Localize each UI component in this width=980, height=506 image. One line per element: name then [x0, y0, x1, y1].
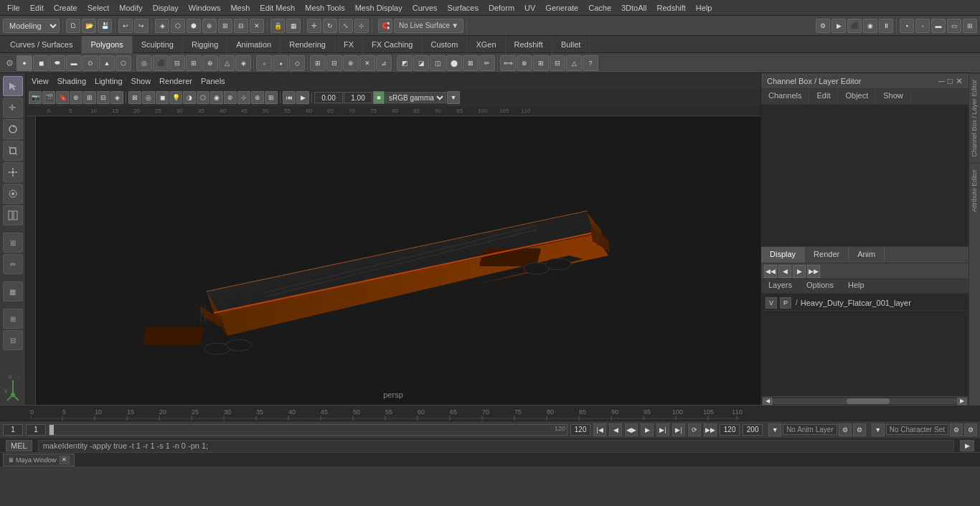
- scrollbar-track[interactable]: [773, 398, 957, 404]
- disk-btn[interactable]: ⬡: [116, 55, 131, 71]
- vp-wireframe-btn[interactable]: ⊠: [128, 91, 141, 104]
- fill-hole-btn[interactable]: ◇: [289, 55, 305, 71]
- vp-menu-show[interactable]: Show: [131, 77, 151, 85]
- tab-bullet[interactable]: Bullet: [552, 36, 590, 53]
- tab-fx-caching[interactable]: FX Caching: [363, 36, 422, 53]
- vp-more-btn[interactable]: ▼: [447, 91, 460, 104]
- combine-btn[interactable]: ⊞: [533, 55, 549, 71]
- char-set-settings-btn[interactable]: ⚙: [950, 423, 963, 436]
- range-end-field[interactable]: [720, 424, 740, 436]
- command-line[interactable]: makeIdentity -apply true -t 1 -r 1 -s 1 …: [38, 440, 954, 451]
- menu-curves[interactable]: Curves: [408, 2, 442, 14]
- poly-sphere-btn[interactable]: ◎: [136, 55, 152, 71]
- vp-light-btn[interactable]: 💡: [169, 91, 182, 104]
- layer-scrollbar[interactable]: ◀ ▶: [761, 396, 969, 405]
- connect-btn[interactable]: ⊕: [343, 55, 359, 71]
- insert-loop-btn[interactable]: ⊞: [310, 55, 326, 71]
- rotate-btn[interactable]: ↻: [323, 19, 337, 33]
- exposure-field[interactable]: [344, 92, 372, 103]
- frame-start-field[interactable]: 1: [26, 424, 46, 436]
- vp-menu-view[interactable]: View: [32, 77, 49, 85]
- bridge-btn[interactable]: ⬧: [273, 55, 288, 71]
- lasso-tool-btn[interactable]: ⊞: [3, 233, 23, 253]
- vp-snap-btn[interactable]: ⊕: [70, 91, 83, 104]
- maximize-btn[interactable]: □: [948, 76, 953, 86]
- mirror-btn[interactable]: ⟺: [500, 55, 516, 71]
- script-execute-btn[interactable]: ▶: [960, 440, 974, 451]
- step-fwd-btn[interactable]: ▶|: [656, 423, 669, 436]
- poly-cone-btn[interactable]: △: [219, 55, 235, 71]
- help-subtab[interactable]: Help: [841, 279, 872, 293]
- channels-tab[interactable]: Channels: [761, 89, 809, 104]
- bevel-btn[interactable]: ◩: [397, 55, 413, 71]
- menu-edit[interactable]: Edit: [26, 2, 48, 14]
- vp-isolate-btn[interactable]: ⊕: [251, 91, 264, 104]
- render-region-btn[interactable]: ▦: [3, 281, 23, 301]
- paint-btn[interactable]: ⬢: [187, 19, 201, 33]
- snap1-btn[interactable]: ⊕: [202, 19, 217, 33]
- play-fwd-btn[interactable]: ▶: [641, 423, 654, 436]
- vp-play-btn[interactable]: ▶: [296, 91, 309, 104]
- vp-show2-btn[interactable]: ⊟: [97, 91, 110, 104]
- scroll-right-btn[interactable]: ▶: [957, 398, 967, 405]
- poly-cube-btn[interactable]: ⬛: [153, 55, 169, 71]
- tab-sculpting[interactable]: Sculpting: [133, 36, 183, 53]
- settings-icon[interactable]: ⚙: [3, 57, 16, 70]
- lasso-btn[interactable]: ⬡: [171, 19, 185, 33]
- vp-hud-btn[interactable]: ⊹: [237, 91, 250, 104]
- layout5-btn[interactable]: ⊞: [963, 19, 977, 33]
- snap4-btn[interactable]: ✕: [250, 19, 264, 33]
- menu-select[interactable]: Select: [83, 2, 114, 14]
- snap2-btn[interactable]: ⊞: [218, 19, 232, 33]
- colorspace-dropdown[interactable]: sRGB gamma: [385, 92, 446, 103]
- vp-shadow-btn[interactable]: ◑: [183, 91, 196, 104]
- anim-tab[interactable]: Anim: [849, 247, 885, 263]
- layer-visibility-btn[interactable]: V: [765, 297, 777, 309]
- vp-rewind-btn[interactable]: ⏮: [283, 91, 296, 104]
- timeline-bar[interactable]: 120: [49, 424, 567, 436]
- display-tab[interactable]: Display: [761, 247, 805, 263]
- step-back-btn[interactable]: ◀: [609, 423, 622, 436]
- anim-layer-dropdown-btn[interactable]: ▼: [768, 423, 781, 436]
- layout4-btn[interactable]: ▭: [947, 19, 961, 33]
- poly-plane-btn[interactable]: ⊞: [186, 55, 202, 71]
- menu-file[interactable]: File: [3, 2, 24, 14]
- rotate-tool-btn[interactable]: [3, 119, 23, 139]
- triangulate-btn[interactable]: △: [566, 55, 582, 71]
- universal-btn[interactable]: ⊹: [354, 19, 369, 33]
- live-surface-btn[interactable]: No Live Surface ▼: [394, 19, 463, 33]
- ipr-btn[interactable]: ◉: [863, 19, 877, 33]
- render2-btn[interactable]: ⬛: [847, 19, 862, 33]
- vp-grid-btn[interactable]: ⊞: [265, 91, 278, 104]
- render-tab[interactable]: Render: [805, 247, 849, 263]
- poly-cyl-btn[interactable]: ⊟: [169, 55, 185, 71]
- wedge-btn[interactable]: ⊿: [376, 55, 392, 71]
- toggle-btn[interactable]: ⊟: [3, 330, 23, 350]
- render-settings-btn[interactable]: ⚙: [816, 19, 830, 33]
- menu-generate[interactable]: Generate: [541, 2, 583, 14]
- separate-btn[interactable]: ⊟: [550, 55, 565, 71]
- menu-3dtoall[interactable]: 3DtoAll: [617, 2, 651, 14]
- tab-custom[interactable]: Custom: [423, 36, 468, 53]
- next-key-btn[interactable]: ▶▶: [704, 423, 717, 436]
- char-set-settings2-btn[interactable]: ⚙: [964, 423, 977, 436]
- tab-polygons[interactable]: Polygons: [82, 36, 132, 53]
- close-panel-btn[interactable]: ✕: [956, 76, 963, 86]
- question-btn[interactable]: ?: [583, 55, 598, 71]
- minimize-btn[interactable]: ─: [938, 76, 945, 86]
- vp-menu-panels[interactable]: Panels: [201, 77, 225, 85]
- scrollbar-thumb[interactable]: [847, 398, 890, 404]
- menu-mesh[interactable]: Mesh: [226, 2, 254, 14]
- vp-flat-btn[interactable]: ◼: [156, 91, 169, 104]
- scroll-left-btn[interactable]: ◀: [763, 398, 773, 405]
- sphere-btn[interactable]: ●: [17, 55, 32, 71]
- cone-btn[interactable]: ▲: [99, 55, 115, 71]
- layer-add-btn[interactable]: ◀◀: [764, 265, 777, 278]
- scale-btn[interactable]: ⤡: [339, 19, 353, 33]
- vp-smooth-btn[interactable]: ◎: [142, 91, 155, 104]
- redo-btn[interactable]: ↪: [134, 19, 149, 33]
- menu-edit-mesh[interactable]: Edit Mesh: [255, 2, 299, 14]
- show-manipulator-btn[interactable]: [3, 205, 23, 225]
- layer-end-btn[interactable]: ▶▶: [807, 265, 820, 278]
- show-tab[interactable]: Show: [876, 89, 911, 104]
